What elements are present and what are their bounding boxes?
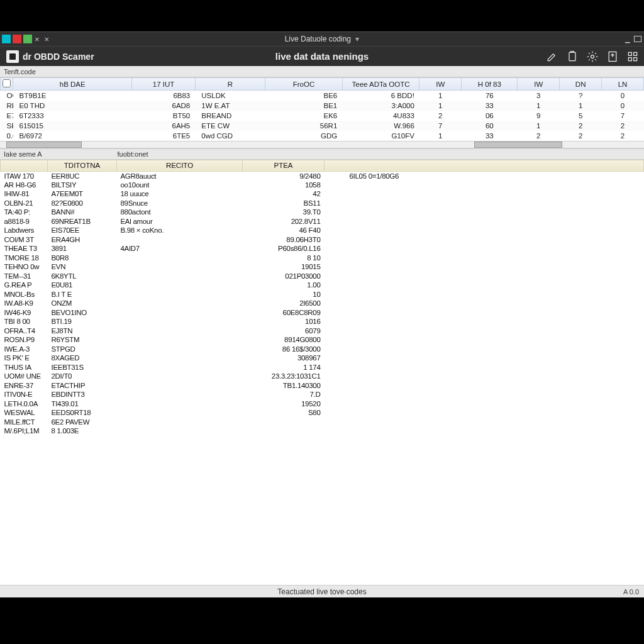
header-bar: dr OBDD Scamer live dat data nenings xyxy=(0,46,644,66)
table-row[interactable]: TMORE 18B0R88 10 xyxy=(1,253,644,263)
table-row[interactable]: THUS IAIEEBT31S1 174 xyxy=(1,363,644,372)
grid-icon[interactable] xyxy=(626,50,639,63)
window-title-text: Live Datuole coding xyxy=(285,35,351,43)
svg-rect-5 xyxy=(628,57,631,60)
section-label: Tenft.code xyxy=(4,68,36,75)
top-col-header[interactable]: H 0f 83 xyxy=(462,78,518,91)
top-col-header[interactable]: FroOC xyxy=(265,78,343,91)
section-label-bar: Tenft.code xyxy=(0,66,644,77)
svg-point-1 xyxy=(591,55,594,58)
table-row[interactable]: TEHNO 0wEVN19015 xyxy=(1,262,644,272)
table-row[interactable]: WESWALEEDS0RT18S80 xyxy=(1,408,644,418)
close-icon[interactable]: × xyxy=(35,35,40,44)
bottom-col-header[interactable] xyxy=(1,160,48,171)
table-row[interactable]: G.REA PE0U811.00 xyxy=(1,280,644,290)
app-name: dr OBDD Scamer xyxy=(23,52,94,62)
top-col-header[interactable]: LN xyxy=(602,78,644,91)
app-logo-icon xyxy=(6,50,19,63)
window-restore-icon[interactable] xyxy=(634,36,641,42)
table-row[interactable]: THEAE T338914AID7P60s86/0.L16 xyxy=(1,244,644,253)
mid-label-a: Iake seme A xyxy=(4,150,42,158)
close-secondary-icon[interactable]: × xyxy=(45,35,50,44)
table-row[interactable]: TEM--316K8YTL021P03000 xyxy=(1,272,644,281)
status-right: A 0.0 xyxy=(623,588,639,596)
table-row[interactable]: TA:40 P:BANN#880actont39.T0 xyxy=(1,208,644,217)
top-col-header[interactable] xyxy=(1,78,13,91)
bottom-col-header[interactable]: TDITOTNA xyxy=(48,160,117,171)
table-row[interactable]: UOM# UNE2DI/T023.3.23:1031C1 xyxy=(1,372,644,381)
bottom-col-header[interactable] xyxy=(325,160,644,171)
table-row[interactable]: ITIV0N-EEBDINTT37.D xyxy=(1,390,644,399)
table-row[interactable]: IW.A8-K9ONZM2I6500 xyxy=(1,299,644,308)
scroll-thumb-left[interactable] xyxy=(6,142,82,148)
top-table-header-row: hB DAE17 IUTRFroOCTeee ADTa OOTCIWH 0f 8… xyxy=(1,78,644,91)
minimize-button[interactable] xyxy=(2,35,11,43)
letterbox-bottom xyxy=(0,597,644,644)
table-row[interactable]: LabdwersEIS70EEB.98 × coKno.46 F40 xyxy=(1,226,644,235)
table-row[interactable]: IHIW-81A7EEM0T18 uuuce42 xyxy=(1,189,644,199)
toolbar xyxy=(546,47,639,66)
svg-rect-4 xyxy=(634,52,637,55)
top-col-header[interactable]: R xyxy=(195,78,265,91)
table-row[interactable]: M/.6PI;L1M8 1.003E xyxy=(1,426,644,436)
table-row[interactable]: LETH.0.0ATI439.0119520 xyxy=(1,399,644,409)
window-frame: × × Live Datuole coding ▾ ▁ dr OBDD Scam… xyxy=(0,31,644,597)
clipboard-icon[interactable] xyxy=(566,50,579,63)
table-row[interactable]: ROSN.P9R6YSTM8914G0800 xyxy=(1,335,644,345)
titlebar: × × Live Datuole coding ▾ ▁ xyxy=(0,32,644,46)
top-table: hB DAE17 IUTRFroOCTeee ADTa OOTCIWH 0f 8… xyxy=(0,77,644,141)
status-bar: Teactuated live tove·codes A 0.0 xyxy=(0,585,644,597)
table-row[interactable]: E76T2333BT50BREANDEK64U833206957 xyxy=(1,111,644,121)
top-col-header[interactable]: IW xyxy=(518,78,560,91)
maximize-button[interactable] xyxy=(23,35,32,43)
window-min-icon[interactable]: ▁ xyxy=(625,36,630,43)
bottom-col-header[interactable]: PTEA xyxy=(243,160,325,171)
svg-rect-0 xyxy=(569,52,575,60)
export-icon[interactable] xyxy=(606,50,619,63)
top-col-header[interactable]: Teee ADTa OOTC xyxy=(342,78,419,91)
table-row[interactable]: IWE.A-3STPGD86 16$/3000 xyxy=(1,345,644,354)
window-right-controls: ▁ xyxy=(625,32,641,46)
mid-label-b: fuobt:onet xyxy=(118,150,148,158)
table-row[interactable]: COI/M 3TERA4GH89.06H3T0 xyxy=(1,235,644,245)
top-col-header[interactable]: hB DAE xyxy=(13,78,132,91)
table-row[interactable]: IS PK' E8XAGED308967 xyxy=(1,353,644,363)
top-col-header[interactable]: IW xyxy=(419,78,462,91)
table-row[interactable]: ITAW 170EER8UCAGR8auuct9/24806IL05 0=1/8… xyxy=(1,171,644,180)
table-row[interactable]: OLBN-2182?E080089SnuceBS11 xyxy=(1,199,644,208)
table-row[interactable]: MILE.ffCT6E2 PAVEW xyxy=(1,418,644,427)
bottom-table-header-row: TDITOTNARECITOPTEA xyxy=(1,160,644,171)
select-all-checkbox[interactable] xyxy=(3,79,11,87)
table-row[interactable]: IW46-K9BEVO1INO60E8C8R09 xyxy=(1,308,644,318)
table-row[interactable]: SE6150156AH5ETE CW56R1W.966760122 xyxy=(1,121,644,131)
top-col-header[interactable]: DN xyxy=(560,78,602,91)
top-col-header[interactable]: 17 IUT xyxy=(132,78,195,91)
window-title: Live Datuole coding ▾ xyxy=(0,35,644,43)
scroll-thumb-right[interactable] xyxy=(474,142,562,148)
horizontal-scrollbar-top[interactable] xyxy=(0,141,644,148)
table-row[interactable]: AR H8-G6BILTSIYoo10ount1058 xyxy=(1,180,644,190)
table-row[interactable]: ENRE-37ETACTHIPTB1.140300 xyxy=(1,381,644,391)
table-row[interactable]: OGBT9B1E6B83USLDKBE66 BDD!1763?0 xyxy=(1,91,644,101)
bottom-table: TDITOTNARECITOPTEA ITAW 170EER8UCAGR8auu… xyxy=(0,160,644,586)
table-row[interactable]: TBI 8 00BTI.191016 xyxy=(1,317,644,326)
status-text: Teactuated live tove·codes xyxy=(277,587,366,596)
svg-rect-6 xyxy=(634,57,637,60)
table-row[interactable]: REE0 THD6AD81W E.ATBE13:A000133110 xyxy=(1,101,644,111)
svg-rect-3 xyxy=(628,52,631,55)
mid-label-bar: Iake seme A fuobt:onet xyxy=(0,148,644,160)
bottom-col-header[interactable]: RECITO xyxy=(117,160,243,171)
gear-icon[interactable] xyxy=(586,50,599,63)
window-title-dropdown-icon[interactable]: ▾ xyxy=(355,35,359,43)
close-button[interactable] xyxy=(13,35,21,43)
table-row[interactable]: OFRA..T4EJ8TN6079 xyxy=(1,326,644,336)
table-row[interactable]: 0.6B/69726TE50wd CGDGDGG10FV133222 xyxy=(1,131,644,141)
window-controls: × × xyxy=(0,32,52,46)
edit-icon[interactable] xyxy=(546,50,558,63)
table-row[interactable]: a8818-969NREAT1BEAl amour202.8V11 xyxy=(1,217,644,226)
table-row[interactable]: MNOL-BsB.I T E10 xyxy=(1,290,644,299)
